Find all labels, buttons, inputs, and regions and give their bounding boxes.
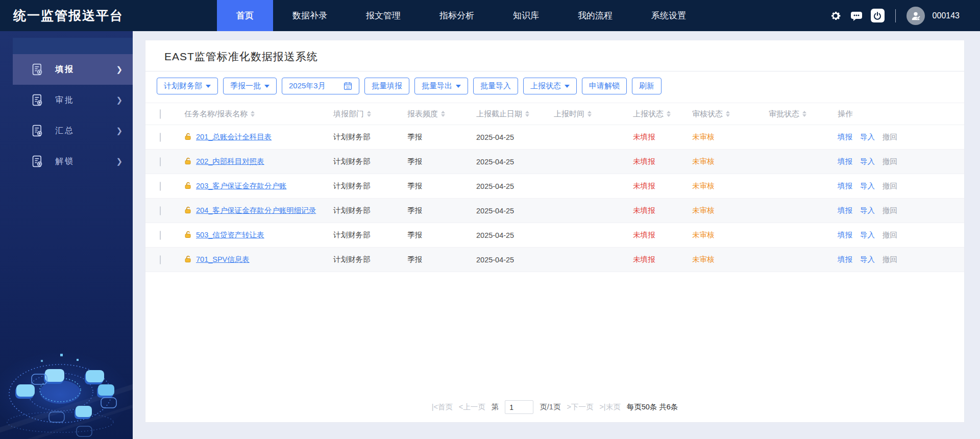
action-fill-link[interactable]: 填报 — [838, 230, 852, 240]
action-withdraw-link[interactable]: 撤回 — [883, 206, 897, 215]
row-checkbox[interactable] — [160, 182, 161, 191]
user-avatar-icon[interactable] — [906, 7, 925, 25]
report-name-link[interactable]: 503_信贷资产转让表 — [196, 230, 264, 240]
column-header-label: 报表频度 — [407, 109, 438, 119]
sort-icon[interactable] — [802, 111, 806, 117]
sidebar-item-label: 汇总 — [55, 126, 75, 136]
report-name-link[interactable]: 203_客户保证金存款分户账 — [196, 181, 286, 191]
toolbar-button[interactable]: 计划财务部 31 — [157, 78, 218, 94]
sort-icon[interactable] — [441, 111, 445, 117]
topnav-item-报文管理[interactable]: 报文管理 — [347, 0, 420, 31]
cell-department: 计划财务部 — [333, 181, 407, 191]
action-withdraw-link[interactable]: 撤回 — [883, 132, 897, 142]
pagination-next[interactable]: >下一页 — [567, 402, 593, 412]
action-import-link[interactable]: 导入 — [860, 132, 875, 142]
action-import-link[interactable]: 导入 — [860, 181, 875, 191]
power-icon[interactable] — [871, 9, 885, 22]
pagination-first[interactable]: |<首页 — [432, 402, 453, 412]
toolbar-button[interactable]: 批量填报 31 — [364, 78, 409, 94]
column-header[interactable]: 审批状态 — [769, 109, 838, 119]
pagination-page-input[interactable] — [505, 400, 533, 414]
column-header[interactable]: 上报状态 — [633, 109, 692, 119]
column-header-label: 填报部门 — [333, 109, 364, 119]
chevron-right-icon: ❯ — [116, 157, 122, 166]
toolbar-button[interactable]: 申请解锁 31 — [582, 78, 627, 94]
row-checkbox[interactable] — [160, 255, 161, 264]
action-withdraw-link[interactable]: 撤回 — [883, 181, 897, 191]
sort-icon[interactable] — [367, 111, 371, 117]
sidebar-item-汇总[interactable]: 汇总 ❯ — [13, 115, 133, 146]
sort-icon[interactable] — [726, 111, 730, 117]
action-import-link[interactable]: 导入 — [860, 255, 875, 264]
sidebar-item-label: 审批 — [55, 95, 75, 106]
action-import-link[interactable]: 导入 — [860, 206, 875, 215]
sort-icon[interactable] — [667, 111, 671, 117]
table-row: 201_总账会计全科目表 计划财务部 季报 2025-04-25 未填报 未审核… — [145, 125, 964, 150]
topnav-item-我的流程[interactable]: 我的流程 — [558, 0, 632, 31]
sidebar-item-填报[interactable]: 填报 ❯ — [13, 54, 133, 85]
sidebar-menu: 填报 ❯ 审批 ❯ 汇总 ❯ — [13, 54, 133, 177]
action-import-link[interactable]: 导入 — [860, 157, 875, 166]
sort-icon[interactable] — [251, 111, 255, 117]
report-name-link[interactable]: 204_客户保证金存款分户账明细记录 — [196, 206, 316, 215]
report-name-link[interactable]: 701_SPV信息表 — [196, 255, 250, 264]
toolbar-button[interactable]: 批量导入 31 — [473, 78, 518, 94]
action-fill-link[interactable]: 填报 — [838, 206, 852, 215]
topnav-item-指标分析[interactable]: 指标分析 — [420, 0, 494, 31]
sidebar-item-解锁[interactable]: 解锁 ❯ — [13, 146, 133, 177]
action-withdraw-link[interactable]: 撤回 — [883, 157, 897, 166]
column-header[interactable]: 填报部门 — [333, 109, 407, 119]
action-withdraw-link[interactable]: 撤回 — [883, 255, 897, 264]
toolbar-button[interactable]: 刷新 31 — [632, 78, 662, 94]
action-fill-link[interactable]: 填报 — [838, 132, 852, 142]
toolbar-button[interactable]: 季报一批 31 — [223, 78, 277, 94]
action-import-link[interactable]: 导入 — [860, 230, 875, 240]
lock-open-icon — [184, 231, 192, 240]
sidebar-item-审批[interactable]: 审批 ❯ — [13, 85, 133, 115]
sort-icon[interactable] — [525, 111, 529, 117]
column-header[interactable]: 上报截止日期 — [476, 109, 554, 119]
topnav-item-label: 我的流程 — [578, 11, 612, 20]
column-header[interactable]: 操作 — [838, 109, 964, 119]
cell-report-status: 未填报 — [633, 132, 692, 142]
topnav-item-系统设置[interactable]: 系统设置 — [632, 0, 705, 31]
message-icon[interactable] — [850, 9, 863, 22]
toolbar-button[interactable]: 批量导出 31 — [414, 78, 468, 94]
row-checkbox[interactable] — [160, 206, 161, 215]
row-checkbox[interactable] — [160, 231, 161, 240]
toolbar-button[interactable]: 上报状态 31 — [523, 78, 577, 94]
cell-department: 计划财务部 — [333, 230, 407, 240]
select-all-checkbox[interactable] — [160, 109, 161, 119]
date-picker[interactable]: 2025年3月 31 — [282, 78, 359, 94]
row-checkbox[interactable] — [160, 157, 161, 166]
topnav-item-数据补录[interactable]: 数据补录 — [273, 0, 347, 31]
action-fill-link[interactable]: 填报 — [838, 255, 852, 264]
pagination-prev[interactable]: <上一页 — [459, 402, 485, 412]
cell-department: 计划财务部 — [333, 206, 407, 215]
table-row: 203_客户保证金存款分户账 计划财务部 季报 2025-04-25 未填报 未… — [145, 174, 964, 199]
sort-icon[interactable] — [587, 111, 592, 117]
topnav-item-知识库[interactable]: 知识库 — [494, 0, 558, 31]
topnav-item-label: 首页 — [236, 11, 254, 20]
column-header[interactable]: 审核状态 — [692, 109, 769, 119]
topnav-item-label: 系统设置 — [651, 11, 686, 20]
action-withdraw-link[interactable]: 撤回 — [883, 230, 897, 240]
cell-frequency: 季报 — [407, 255, 476, 264]
pagination-last[interactable]: >|末页 — [599, 402, 620, 412]
report-name-link[interactable]: 201_总账会计全科目表 — [196, 132, 272, 142]
cell-report-status: 未填报 — [633, 181, 692, 191]
cell-deadline: 2025-04-25 — [476, 256, 554, 264]
toolbar-button-label: 批量导入 — [480, 81, 511, 91]
column-header[interactable]: 任务名称/报表名称 — [184, 109, 333, 119]
topnav-item-首页[interactable]: 首页 — [217, 0, 273, 31]
action-fill-link[interactable]: 填报 — [838, 181, 852, 191]
column-header[interactable]: 上报时间 — [554, 109, 633, 119]
gear-icon[interactable] — [829, 9, 842, 22]
column-header-label: 任务名称/报表名称 — [184, 109, 248, 119]
report-name-link[interactable]: 202_内部科目对照表 — [196, 157, 264, 166]
pagination-page-prefix: 第 — [492, 402, 499, 412]
column-header[interactable]: 报表频度 — [407, 109, 476, 119]
row-checkbox[interactable] — [160, 133, 161, 142]
cell-audit-status: 未审核 — [692, 206, 769, 215]
action-fill-link[interactable]: 填报 — [838, 157, 852, 166]
